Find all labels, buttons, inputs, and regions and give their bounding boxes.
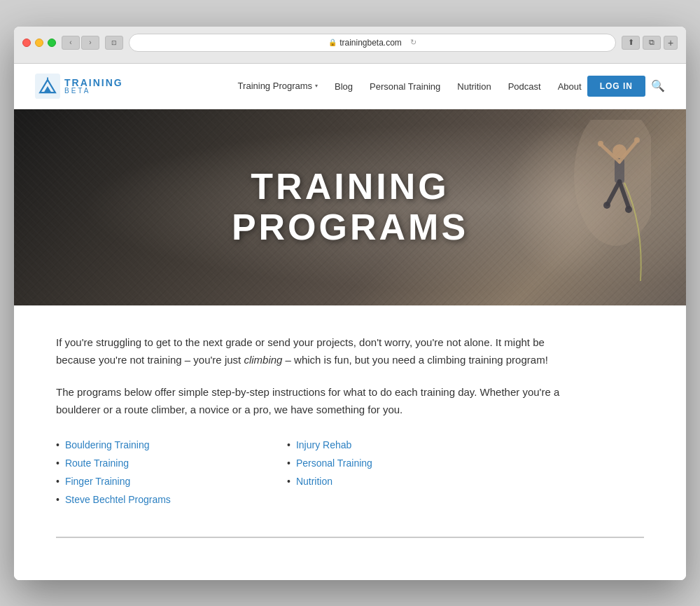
back-button[interactable]: ‹: [62, 36, 80, 50]
route-training-link[interactable]: Route Training: [65, 457, 129, 469]
lock-icon: 🔒: [328, 39, 337, 46]
login-button[interactable]: LOG IN: [587, 76, 645, 97]
nutrition-label[interactable]: Nutrition: [457, 81, 491, 92]
italic-climbing: climbing: [244, 354, 282, 366]
search-icon[interactable]: 🔍: [651, 79, 665, 92]
personal-training-content-link[interactable]: Personal Training: [296, 457, 372, 469]
duplicate-button[interactable]: ⧉: [643, 36, 661, 50]
training-programs-link[interactable]: Training Programs ▾: [238, 81, 318, 91]
browser-controls-row: ‹ › ⊡ 🔒 trainingbeta.com ↻ ⬆ ⧉ +: [22, 34, 678, 52]
logo-beta: BETA: [64, 88, 123, 95]
steve-bechtel-link[interactable]: Steve Bechtel Programs: [65, 494, 171, 505]
intro-paragraph-2: The programs below offer simple step-by-…: [56, 383, 560, 419]
svg-point-4: [574, 120, 651, 246]
nav-item-blog[interactable]: Blog: [335, 80, 353, 92]
logo-text: TRAINING BETA: [64, 78, 123, 95]
browser-action-buttons: ⬆ ⧉ +: [622, 36, 678, 50]
forward-button[interactable]: ›: [81, 36, 99, 50]
main-content: If you're struggling to get to the next …: [14, 305, 686, 580]
list-item-finger: Finger Training: [56, 472, 245, 490]
browser-chrome: ‹ › ⊡ 🔒 trainingbeta.com ↻ ⬆ ⧉ +: [14, 27, 686, 64]
hero-title: TRAINING PROGRAMS: [232, 167, 468, 247]
links-column-2: Injury Rehab Personal Training Nutrition: [287, 436, 476, 509]
refresh-icon[interactable]: ↻: [410, 38, 416, 47]
bouldering-training-link[interactable]: Bouldering Training: [65, 439, 150, 450]
nav-item-about[interactable]: About: [558, 80, 582, 92]
svg-point-13: [625, 206, 632, 213]
list-item-injury: Injury Rehab: [287, 436, 476, 454]
svg-point-10: [598, 141, 603, 146]
new-tab-button[interactable]: +: [664, 36, 678, 50]
svg-point-9: [634, 137, 640, 143]
podcast-label[interactable]: Podcast: [508, 81, 541, 92]
url-text: trainingbeta.com: [340, 38, 402, 48]
list-item-route: Route Training: [56, 454, 245, 472]
reader-view-button[interactable]: ⊡: [105, 36, 123, 50]
nav-item-personal-training[interactable]: Personal Training: [370, 80, 440, 92]
logo-training: TRAINING: [64, 78, 123, 88]
injury-rehab-link[interactable]: Injury Rehab: [296, 439, 351, 450]
content-divider: [56, 537, 644, 538]
nav-item-training-programs[interactable]: Training Programs ▾: [238, 81, 318, 91]
maximize-button[interactable]: [48, 39, 56, 47]
close-button[interactable]: [22, 39, 31, 47]
intro-paragraph-1: If you're struggling to get to the next …: [56, 333, 560, 369]
training-programs-label[interactable]: Training Programs: [238, 81, 312, 91]
links-column-1: Bouldering Training Route Training Finge…: [56, 436, 245, 509]
hero-title-line1: TRAINING: [232, 167, 468, 207]
chevron-down-icon: ▾: [315, 83, 318, 89]
finger-training-link[interactable]: Finger Training: [65, 476, 130, 487]
site-content: TRAINING BETA Training Programs ▾ Blog P…: [14, 64, 686, 580]
svg-point-14: [603, 202, 610, 209]
personal-training-label[interactable]: Personal Training: [370, 81, 440, 92]
list-item-nutrition: Nutrition: [287, 472, 476, 490]
nav-item-nutrition[interactable]: Nutrition: [457, 80, 491, 92]
traffic-lights: [22, 39, 56, 47]
share-button[interactable]: ⬆: [622, 36, 640, 50]
program-links-grid: Bouldering Training Route Training Finge…: [56, 436, 476, 509]
nav-item-podcast[interactable]: Podcast: [508, 80, 541, 92]
nav-buttons: ‹ ›: [62, 36, 99, 50]
minimize-button[interactable]: [35, 39, 43, 47]
nutrition-content-link[interactable]: Nutrition: [296, 476, 332, 487]
nav-links: Training Programs ▾ Blog Personal Traini…: [238, 80, 582, 92]
logo-icon: [35, 74, 60, 99]
site-navigation: TRAINING BETA Training Programs ▾ Blog P…: [14, 64, 686, 109]
address-bar[interactable]: 🔒 trainingbeta.com ↻: [129, 34, 616, 52]
logo[interactable]: TRAINING BETA: [35, 74, 123, 99]
about-label[interactable]: About: [558, 81, 582, 92]
list-item-steve: Steve Bechtel Programs: [56, 490, 245, 509]
hero-section: TRAINING PROGRAMS: [14, 109, 686, 305]
climber-illustration: [546, 120, 651, 295]
list-item-personal-training: Personal Training: [287, 454, 476, 472]
blog-label[interactable]: Blog: [335, 81, 353, 92]
browser-window: ‹ › ⊡ 🔒 trainingbeta.com ↻ ⬆ ⧉ +: [14, 27, 686, 580]
list-item-bouldering: Bouldering Training: [56, 436, 245, 454]
hero-title-line2: PROGRAMS: [232, 207, 468, 247]
